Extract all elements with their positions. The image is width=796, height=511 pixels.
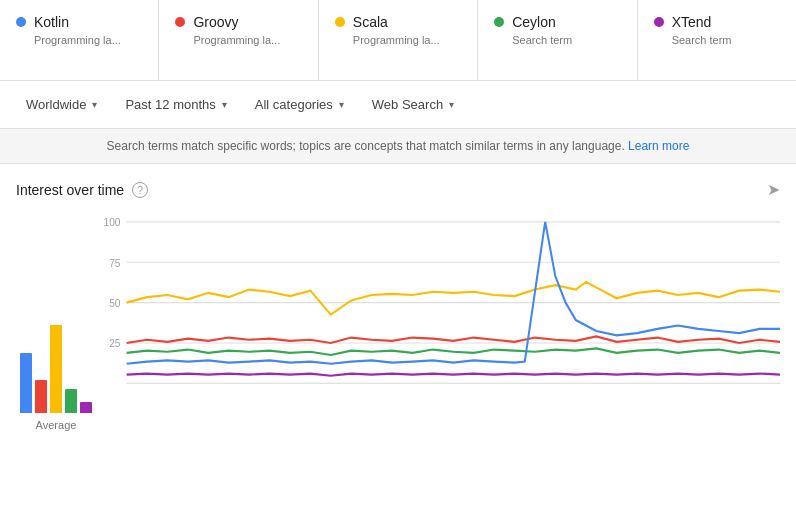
share-icon[interactable]: ➤: [767, 180, 780, 199]
avg-bar-section: Average: [16, 211, 96, 451]
term-name: Groovy: [175, 14, 301, 30]
avg-bar-1: [35, 380, 47, 413]
chevron-down-icon: ▾: [92, 99, 97, 110]
term-dot: [654, 17, 664, 27]
term-item-scala[interactable]: Scala Programming la...: [319, 0, 478, 80]
term-dot: [175, 17, 185, 27]
term-name: Scala: [335, 14, 461, 30]
term-item-xtend[interactable]: XTend Search term: [638, 0, 796, 80]
svg-text:25: 25: [109, 337, 120, 349]
term-label: Scala: [353, 14, 388, 30]
filter-btn-searchtype[interactable]: Web Search▾: [362, 91, 464, 118]
svg-text:75: 75: [109, 256, 120, 268]
terms-bar: Kotlin Programming la... Groovy Programm…: [0, 0, 796, 81]
filters-bar: Worldwide▾Past 12 months▾All categories▾…: [0, 81, 796, 129]
avg-bar-2: [50, 325, 62, 413]
avg-label: Average: [36, 419, 77, 431]
term-label: Kotlin: [34, 14, 69, 30]
line-chart-svg: 100 75 50 25: [96, 211, 780, 451]
chart-title-text: Interest over time: [16, 182, 124, 198]
term-type: Programming la...: [175, 34, 301, 46]
term-label: XTend: [672, 14, 712, 30]
chart-section: Interest over time ? ➤ Average 100 75 50: [0, 164, 796, 451]
learn-more-link[interactable]: Learn more: [628, 139, 689, 153]
term-dot: [494, 17, 504, 27]
chevron-down-icon: ▾: [449, 99, 454, 110]
term-type: Programming la...: [335, 34, 461, 46]
term-name: Ceylon: [494, 14, 620, 30]
avg-bar-4: [80, 402, 92, 413]
chevron-down-icon: ▾: [222, 99, 227, 110]
term-type: Search term: [654, 34, 780, 46]
term-dot: [335, 17, 345, 27]
chart-title-group: Interest over time ?: [16, 182, 148, 198]
filter-label: Web Search: [372, 97, 443, 112]
term-dot: [16, 17, 26, 27]
chart-header: Interest over time ? ➤: [16, 180, 780, 199]
term-item-kotlin[interactable]: Kotlin Programming la...: [0, 0, 159, 80]
avg-bar-0: [20, 353, 32, 414]
line-chart-area: 100 75 50 25 Aug 14, 2016 Jan 22, 2017: [96, 211, 780, 451]
info-text: Search terms match specific words; topic…: [107, 139, 625, 153]
term-item-groovy[interactable]: Groovy Programming la...: [159, 0, 318, 80]
term-item-ceylon[interactable]: Ceylon Search term: [478, 0, 637, 80]
avg-bar-3: [65, 389, 77, 413]
filter-btn-category[interactable]: All categories▾: [245, 91, 354, 118]
chevron-down-icon: ▾: [339, 99, 344, 110]
term-type: Search term: [494, 34, 620, 46]
filter-label: All categories: [255, 97, 333, 112]
filter-label: Worldwide: [26, 97, 86, 112]
term-label: Groovy: [193, 14, 238, 30]
filter-btn-time[interactable]: Past 12 months▾: [115, 91, 236, 118]
svg-text:100: 100: [103, 216, 120, 228]
chart-container: Average 100 75 50 25: [16, 211, 780, 451]
avg-bars: [20, 263, 92, 413]
help-icon[interactable]: ?: [132, 182, 148, 198]
term-label: Ceylon: [512, 14, 556, 30]
term-name: Kotlin: [16, 14, 142, 30]
term-name: XTend: [654, 14, 780, 30]
info-banner: Search terms match specific words; topic…: [0, 129, 796, 164]
filter-btn-region[interactable]: Worldwide▾: [16, 91, 107, 118]
term-type: Programming la...: [16, 34, 142, 46]
svg-text:50: 50: [109, 297, 120, 309]
filter-label: Past 12 months: [125, 97, 215, 112]
